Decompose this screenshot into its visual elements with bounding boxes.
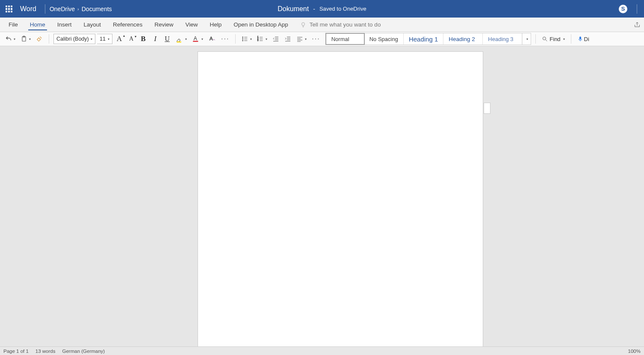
style-heading-2[interactable]: Heading 2 [443,33,483,44]
style-no-spacing[interactable]: No Spacing [364,33,404,44]
font-name-value: Calibri (Body) [56,36,89,42]
ribbon-separator [571,34,571,44]
breadcrumb-documents[interactable]: Documents [82,6,112,12]
italic-button[interactable]: I [150,33,160,44]
paste-button[interactable]: ▾ [19,33,32,44]
svg-text:3: 3 [257,39,259,41]
search-icon [542,36,548,42]
svg-rect-6 [6,11,7,12]
chevron-down-icon: ▾ [250,37,252,41]
more-font-button[interactable]: ··· [219,33,231,44]
undo-button[interactable]: ▾ [3,33,17,44]
document-canvas[interactable] [0,46,644,346]
save-status: Saved to OneDrive [319,6,366,12]
tab-review[interactable]: Review [148,18,179,32]
tab-layout[interactable]: Layout [78,18,107,32]
share-button[interactable] [634,18,641,32]
language-status[interactable]: German (Germany) [62,349,105,354]
skype-icon[interactable]: S [619,5,627,13]
font-size-value: 11 [100,36,106,42]
underline-button[interactable]: U [162,33,172,44]
status-bar: Page 1 of 1 13 words German (Germany) 10… [0,346,644,355]
ribbon-separator [235,34,236,44]
title-dash: - [313,6,315,12]
format-painter-button[interactable] [34,33,44,44]
highlight-button[interactable]: ▾ [174,33,189,44]
style-normal[interactable]: Normal [325,33,365,45]
svg-rect-42 [579,37,581,39]
svg-rect-8 [11,11,12,12]
ellipsis-icon: ··· [312,35,320,43]
chevron-down-icon: ▾ [14,37,15,41]
svg-point-16 [242,37,243,38]
styles-dropdown[interactable]: ▾ [522,33,531,44]
tell-me-search[interactable]: Tell me what you want to do [294,18,387,32]
style-heading-3[interactable]: Heading 3 [483,33,522,44]
microphone-icon [577,35,583,43]
grow-font-button[interactable]: A▴ [114,33,124,44]
font-name-select[interactable]: Calibri (Body) ▾ [53,34,95,44]
lightbulb-icon [300,22,306,28]
svg-rect-4 [8,8,10,10]
font-color-icon: A [192,35,200,43]
svg-point-9 [301,22,304,25]
title-right: S [619,4,644,14]
page-info[interactable]: Page 1 of 1 [3,349,29,354]
increase-indent-button[interactable] [283,33,293,44]
numbering-button[interactable]: 123 ▾ [255,33,269,44]
breadcrumb: OneDrive › Documents [50,6,112,12]
font-size-select[interactable]: 11 ▾ [97,34,112,44]
document-page[interactable] [198,51,483,346]
styles-gallery: Normal No Spacing Heading 1 Heading 2 He… [325,33,532,45]
ribbon-separator [535,34,536,44]
svg-point-40 [543,37,546,40]
chevron-down-icon: ▾ [305,37,307,41]
decrease-indent-button[interactable] [271,33,281,44]
align-button[interactable]: ▾ [295,33,308,44]
chevron-down-icon: ▾ [91,37,92,41]
chevron-down-icon: ▾ [266,37,267,41]
clear-formatting-button[interactable]: A [207,33,218,44]
zoom-level[interactable]: 100% [628,349,641,354]
open-in-desktop-app[interactable]: Open in Desktop App [227,18,294,32]
bold-icon: B [141,35,145,43]
font-color-button[interactable]: A ▾ [190,33,205,44]
more-paragraph-button[interactable]: ··· [310,33,322,44]
tab-file[interactable]: File [3,18,24,32]
tab-view[interactable]: View [179,18,204,32]
chevron-down-icon: ▾ [201,37,203,41]
svg-point-18 [242,38,243,39]
app-name[interactable]: Word [20,5,36,13]
chevron-down-icon: ▾ [108,37,109,41]
word-count[interactable]: 13 words [35,349,56,354]
dictate-label: Di [584,36,589,42]
bullets-button[interactable]: ▾ [240,33,254,44]
underline-icon: U [165,35,170,43]
svg-rect-7 [8,11,10,12]
italic-icon: I [154,35,157,43]
svg-rect-1 [8,6,10,7]
breadcrumb-onedrive[interactable]: OneDrive [50,6,75,12]
tab-help[interactable]: Help [204,18,227,32]
tab-references[interactable]: References [107,18,148,32]
document-name[interactable]: Dokument [278,5,309,13]
bullets-icon [242,36,248,42]
find-button[interactable]: Find ▾ [540,33,566,44]
shrink-font-button[interactable]: A▾ [126,33,136,44]
ribbon-separator [49,34,49,44]
paintbrush-icon [36,36,43,42]
chevron-down-icon: ▾ [563,37,565,41]
svg-rect-0 [6,6,7,7]
svg-point-20 [242,40,243,41]
decrease-indent-icon [272,36,279,42]
style-heading-1[interactable]: Heading 1 [404,33,443,44]
chevron-down-icon: ▾ [29,37,31,41]
ellipsis-icon: ··· [221,35,229,43]
clipboard-icon [21,36,27,42]
bold-button[interactable]: B [138,33,148,44]
tab-insert[interactable]: Insert [51,18,78,32]
app-launcher-button[interactable] [0,0,18,18]
dictate-button[interactable]: Di [576,33,591,44]
tab-home[interactable]: Home [24,18,51,32]
numbering-icon: 123 [257,36,264,42]
